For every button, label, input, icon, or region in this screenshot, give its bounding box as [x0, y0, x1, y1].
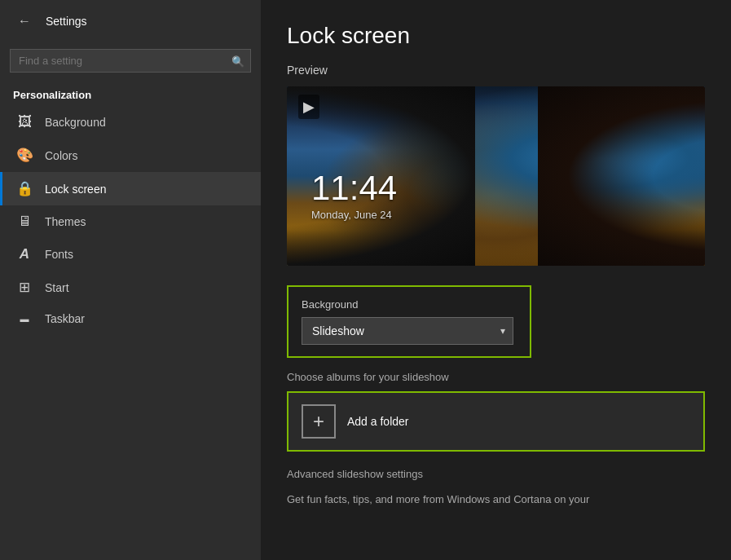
main-content: Lock screen Preview ▶ 11:44 Monday, June… [261, 0, 731, 560]
back-icon: ← [18, 14, 31, 29]
search-input[interactable] [10, 49, 251, 73]
sidebar-item-themes[interactable]: 🖥 Themes [0, 205, 261, 238]
add-folder-label: Add a folder [347, 415, 409, 428]
sidebar-item-colors[interactable]: 🎨 Colors [0, 139, 261, 172]
clock-display: 11:44 Monday, June 24 [311, 171, 397, 221]
clock-time: 11:44 [311, 171, 397, 205]
sidebar-item-label-start: Start [45, 281, 69, 294]
sidebar-item-taskbar[interactable]: ▬ Taskbar [0, 304, 261, 333]
albums-label: Choose albums for your slideshow [287, 371, 705, 383]
search-box[interactable]: 🔍 [10, 49, 251, 73]
sidebar-item-background[interactable]: 🖼 Background [0, 106, 261, 139]
background-dropdown-section: Background Windows spotlight Picture Sli… [287, 285, 531, 358]
sidebar-item-label-lock-screen: Lock screen [45, 183, 106, 196]
sidebar-header: ← Settings [0, 0, 261, 42]
sidebar-item-fonts[interactable]: A Fonts [0, 238, 261, 271]
back-button[interactable]: ← [13, 10, 36, 33]
background-dropdown-label: Background [302, 298, 517, 311]
tips-text: Get fun facts, tips, and more from Windo… [287, 492, 705, 508]
sidebar-nav: 🖼 Background 🎨 Colors 🔒 Lock screen 🖥 Th… [0, 106, 261, 333]
background-dropdown[interactable]: Windows spotlight Picture Slideshow [302, 317, 513, 345]
background-dropdown-wrapper[interactable]: Windows spotlight Picture Slideshow ▾ [302, 317, 513, 345]
sidebar-item-label-themes: Themes [45, 215, 86, 228]
fonts-icon: A [15, 246, 33, 262]
sidebar-item-label-fonts: Fonts [45, 248, 73, 261]
slideshow-play-icon: ▶ [298, 95, 319, 119]
lock-icon: 🔒 [15, 180, 33, 197]
page-title: Lock screen [287, 23, 705, 49]
sidebar-item-start[interactable]: ⊞ Start [0, 271, 261, 304]
clock-date: Monday, June 24 [311, 209, 397, 221]
background-icon: 🖼 [15, 114, 33, 130]
preview-area: ▶ 11:44 Monday, June 24 [287, 86, 705, 266]
search-icon: 🔍 [231, 55, 244, 67]
themes-icon: 🖥 [15, 214, 33, 230]
colors-icon: 🎨 [15, 147, 33, 164]
sidebar-item-label-colors: Colors [45, 149, 77, 162]
sidebar-title: Settings [46, 15, 87, 28]
sidebar-item-label-background: Background [45, 116, 106, 129]
sidebar: ← Settings 🔍 Personalization 🖼 Backgroun… [0, 0, 261, 560]
plus-icon: + [302, 404, 336, 439]
advanced-slideshow-link[interactable]: Advanced slideshow settings [287, 468, 705, 480]
sidebar-item-lock-screen[interactable]: 🔒 Lock screen [0, 172, 261, 205]
sidebar-item-label-taskbar: Taskbar [45, 312, 85, 325]
start-icon: ⊞ [15, 279, 33, 296]
add-folder-button[interactable]: + Add a folder [287, 391, 705, 452]
sidebar-section-label: Personalization [0, 82, 261, 106]
taskbar-icon: ▬ [15, 314, 33, 324]
preview-label: Preview [287, 64, 705, 77]
cave-right [538, 86, 705, 266]
